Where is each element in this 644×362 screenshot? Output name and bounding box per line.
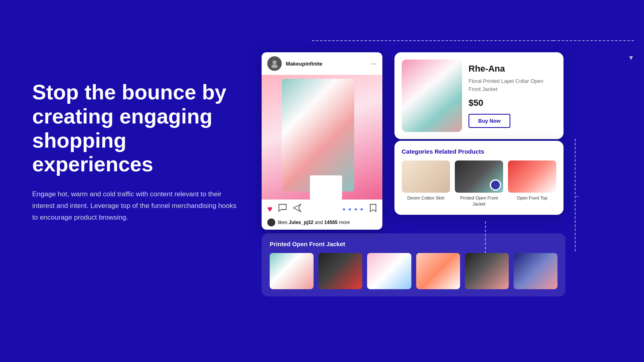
- product-name: Rhe-Ana: [469, 64, 556, 74]
- left-section: Stop the bounce by creating engaging sho…: [32, 80, 242, 224]
- category-thumb-3: [508, 160, 556, 193]
- pagination-dots: ● ● ● ●: [343, 206, 364, 212]
- categories-card: Categories Related Products Denim Cotton…: [394, 141, 564, 215]
- svg-point-0: [272, 60, 277, 64]
- carousel-item-1[interactable]: [270, 253, 314, 289]
- category-overlay-circle: [490, 179, 501, 191]
- bookmark-icon[interactable]: [369, 204, 377, 214]
- category-item-3[interactable]: Open Front Top: [508, 160, 556, 208]
- carousel-title: Printed Open Front Jacket: [270, 241, 557, 247]
- avatar: [267, 56, 282, 71]
- carousel-items: [270, 253, 557, 289]
- category-label-2: Printed Open Front Jacket: [455, 195, 503, 208]
- instagram-username: Makeupinfinite: [286, 61, 322, 67]
- instagram-header: Makeupinfinite ···: [262, 52, 382, 75]
- categories-items: Denim Cotton Skirt Printed Open Front Ja…: [402, 160, 556, 208]
- like-icon[interactable]: ♥: [267, 204, 272, 214]
- dashed-top-line: [312, 40, 553, 41]
- carousel-item-5[interactable]: [465, 253, 509, 289]
- product-image: [402, 60, 462, 132]
- category-thumb-2: [455, 160, 503, 193]
- more-options-icon[interactable]: ···: [371, 60, 377, 68]
- svg-point-1: [271, 64, 278, 68]
- share-icon[interactable]: [293, 204, 301, 214]
- instagram-actions: ♥ ● ● ● ●: [262, 200, 382, 217]
- right-section: ▼ Makeupinfinite ··· ♥: [258, 16, 628, 354]
- carousel-item-6[interactable]: [514, 253, 557, 289]
- carousel-item-2[interactable]: [318, 253, 362, 289]
- instagram-card: Makeupinfinite ··· ♥ ● ● ● ●: [262, 52, 382, 230]
- likes-count: 14565: [324, 220, 337, 225]
- fashion-image: [262, 75, 382, 200]
- product-price: $50: [469, 98, 556, 108]
- carousel-item-4[interactable]: [416, 253, 460, 289]
- category-item-2[interactable]: Printed Open Front Jacket: [455, 160, 503, 208]
- category-thumb-1: [402, 160, 450, 193]
- comment-icon[interactable]: [278, 204, 287, 214]
- product-card: ← Rhe-Ana Floral Printed Lapel Collar Op…: [394, 52, 564, 139]
- likes-row: likes Jules_pj32 and 14565 more: [262, 217, 382, 230]
- category-label-3: Open Front Top: [508, 195, 556, 201]
- arrow-left-icon: ←: [575, 193, 580, 200]
- product-description: Floral Printed Lapel Collar Open Front J…: [469, 77, 556, 93]
- carousel-card: Printed Open Front Jacket: [262, 233, 566, 296]
- buy-now-button[interactable]: Buy Now: [469, 114, 510, 128]
- main-heading: Stop the bounce by creating engaging sho…: [32, 80, 242, 177]
- sub-text: Engage hot, warm and cold traffic with c…: [32, 189, 242, 224]
- instagram-user-info: Makeupinfinite: [267, 56, 371, 71]
- category-label-1: Denim Cotton Skirt: [402, 195, 450, 201]
- product-image-inner: [402, 60, 462, 132]
- arrow-down-icon: ▼: [628, 54, 634, 62]
- instagram-post-image: [262, 75, 382, 200]
- likes-text: likes Jules_pj32 and 14565 more: [278, 220, 350, 225]
- categories-title: Categories Related Products: [402, 148, 556, 155]
- category-item-1[interactable]: Denim Cotton Skirt: [402, 160, 450, 208]
- dashed-top-right-line: [553, 40, 634, 41]
- liker-name: Jules_pj32: [289, 220, 313, 225]
- liker-avatar: [267, 218, 275, 226]
- carousel-item-3[interactable]: [367, 253, 411, 289]
- product-info: Rhe-Ana Floral Printed Lapel Collar Open…: [469, 60, 556, 132]
